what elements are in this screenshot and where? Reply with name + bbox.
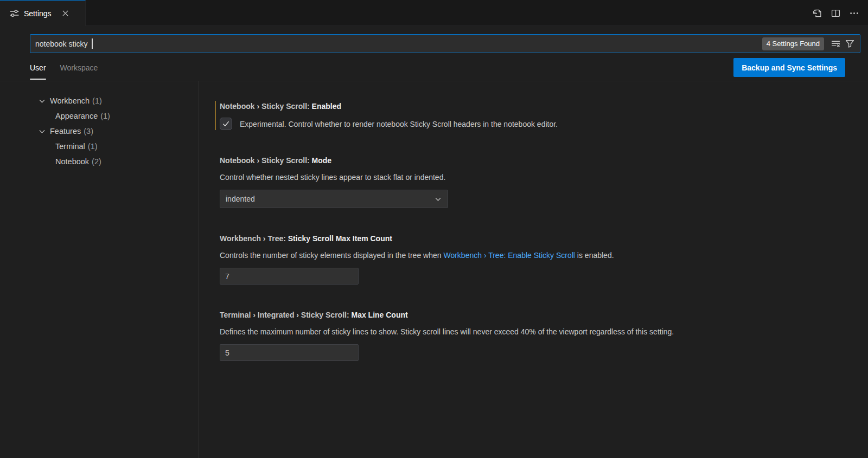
open-settings-json-icon[interactable] [810,7,824,20]
mode-dropdown[interactable]: indented [220,190,448,208]
search-query-text: notebook sticky [35,40,90,48]
tab-workspace-label: Workspace [60,63,98,72]
settings-search-row: notebook sticky 4 Settings Found [0,26,868,54]
setting-notebook-sticky-scroll-enabled: Notebook › Sticky Scroll: Enabled Experi… [215,101,844,130]
setting-link-enable-sticky-scroll[interactable]: Workbench › Tree: Enable Sticky Scroll [443,251,575,260]
toc-item-features[interactable]: Features (3) [0,124,198,139]
tab-settings[interactable]: Settings [0,0,86,26]
setting-description: Control whether nested sticky lines appe… [220,172,844,183]
toc-item-appearance[interactable]: Appearance (1) [0,108,198,124]
setting-description: Experimental. Control whether to render … [240,119,558,130]
setting-description: Controls the number of sticky elements d… [220,250,844,261]
split-editor-icon[interactable] [829,7,842,20]
toc-item-workbench[interactable]: Workbench (1) [0,93,198,108]
toc-item-terminal[interactable]: Terminal (1) [0,139,198,154]
chevron-down-icon[interactable] [38,97,50,105]
setting-title: Notebook › Sticky Scroll: Enabled [220,101,844,112]
checkmark-icon [222,120,230,128]
toc-item-notebook[interactable]: Notebook (2) [0,154,198,169]
settings-content: Workbench (1) Appearance (1) Features (3… [0,81,868,458]
backup-sync-settings-button[interactable]: Backup and Sync Settings [733,58,845,77]
chevron-down-icon [434,195,442,203]
max-line-count-input[interactable] [220,344,359,361]
settings-toc-tree: Workbench (1) Appearance (1) Features (3… [0,81,199,458]
tab-user[interactable]: User [30,54,46,81]
editor-tab-bar: Settings [0,0,868,26]
text-caret [92,38,93,49]
setting-title: Notebook › Sticky Scroll: Mode [220,155,844,166]
setting-title: Terminal › Integrated › Sticky Scroll: M… [220,309,844,320]
setting-description: Defines the maximum number of sticky lin… [220,326,844,337]
setting-terminal-sticky-scroll-max-line-count: Terminal › Integrated › Sticky Scroll: M… [215,309,844,361]
max-item-count-input[interactable] [220,268,359,285]
editor-actions [810,0,868,26]
close-icon[interactable] [60,8,72,20]
setting-title: Workbench › Tree: Sticky Scroll Max Item… [220,233,844,244]
checkbox-enabled[interactable] [220,118,232,130]
tab-workspace[interactable]: Workspace [60,54,98,81]
more-actions-icon[interactable] [847,7,860,20]
setting-tree-sticky-scroll-max-item-count: Workbench › Tree: Sticky Scroll Max Item… [215,233,844,285]
settings-editor-window: Settings [0,0,868,458]
settings-header-row: User Workspace Backup and Sync Settings [0,54,868,81]
settings-list: Notebook › Sticky Scroll: Enabled Experi… [199,81,868,458]
filter-icon[interactable] [843,37,857,51]
settings-search-input[interactable]: notebook sticky 4 Settings Found [30,34,860,53]
settings-count-badge: 4 Settings Found [762,37,824,50]
scope-tabs: User Workspace [30,54,98,81]
tab-user-label: User [30,63,46,72]
dropdown-selected-value: indented [226,195,434,203]
chevron-down-icon[interactable] [38,127,50,136]
settings-sliders-icon [10,9,19,18]
clear-filter-icon[interactable] [828,37,843,51]
tab-title: Settings [24,9,52,18]
setting-notebook-sticky-scroll-mode: Notebook › Sticky Scroll: Mode Control w… [215,155,844,208]
